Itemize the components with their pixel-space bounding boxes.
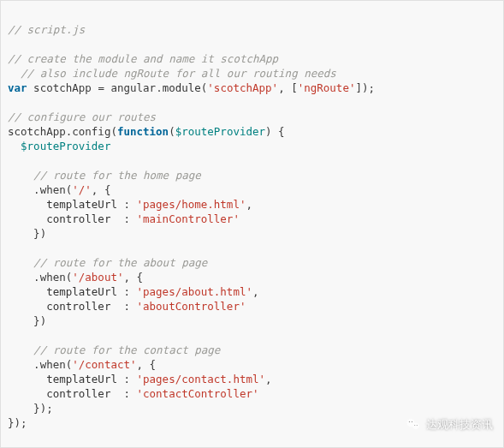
string: 'pages/contact.html' [137, 373, 266, 385]
punct: , [252, 285, 259, 298]
punct: , { [92, 183, 111, 196]
keyword-var: var [8, 81, 27, 94]
string: 'contactController' [137, 387, 259, 400]
watermark: 达观科技资讯 [406, 416, 493, 432]
punct: , [265, 373, 272, 385]
punct: = [98, 81, 110, 94]
code-text: templateUrl : [8, 373, 137, 385]
code-text: .when( [8, 271, 72, 284]
punct: ( [169, 125, 175, 138]
punct: , [ [278, 81, 298, 94]
param-routeprovider: $routeProvider [175, 125, 265, 138]
comment-line: // also include ngRoute for all our rout… [8, 67, 336, 80]
keyword-function: function [117, 125, 169, 138]
code-text: controller : [8, 300, 137, 313]
string: 'ngRoute' [298, 81, 356, 94]
comment-line: // create the module and name it scotchA… [8, 52, 278, 65]
punct: ) { [265, 125, 285, 138]
code-text: controller : [8, 212, 137, 225]
code-text: .when( [8, 358, 72, 371]
punct: }); [8, 402, 53, 415]
punct: , [246, 198, 252, 211]
identifier: angular [110, 81, 156, 94]
string: '/about' [72, 271, 123, 284]
svg-point-2 [409, 421, 410, 422]
fn-module: module [163, 81, 201, 94]
svg-point-5 [417, 425, 418, 426]
string: 'aboutController' [137, 300, 246, 313]
svg-point-3 [412, 421, 412, 422]
identifier: scotchApp [27, 81, 98, 94]
punct: }) [8, 314, 46, 327]
wechat-icon [406, 416, 421, 432]
code-text: controller : [8, 387, 137, 400]
routeprovider-ref: $routeProvider [8, 140, 110, 152]
code-text: templateUrl : [8, 285, 137, 298]
code-text: templateUrl : [8, 198, 137, 211]
comment-line: // route for the contact page [8, 343, 220, 356]
comment-line: // route for the home page [8, 169, 201, 182]
punct: . [156, 81, 163, 94]
punct: }); [8, 416, 27, 429]
comment-line: // configure our routes [8, 111, 156, 123]
comment-line: // script.js [8, 23, 85, 36]
comment-line: // route for the about page [8, 256, 207, 269]
string: 'pages/about.html' [137, 285, 252, 298]
punct: , { [137, 358, 157, 371]
string: '/contact' [72, 358, 136, 371]
punct: }) [8, 227, 46, 240]
punct: ]); [355, 81, 375, 94]
string: '/' [72, 183, 92, 196]
code-text: .when( [8, 183, 72, 196]
code-text: scotchApp.config( [8, 125, 117, 138]
string: 'scotchApp' [207, 81, 278, 94]
svg-point-1 [412, 423, 419, 430]
string: 'pages/home.html' [137, 198, 246, 211]
watermark-text: 达观科技资讯 [426, 417, 493, 432]
string: 'mainController' [137, 212, 240, 225]
code-block: // script.js // create the module and na… [1, 1, 503, 437]
punct: , { [123, 271, 143, 284]
svg-point-4 [414, 425, 415, 426]
